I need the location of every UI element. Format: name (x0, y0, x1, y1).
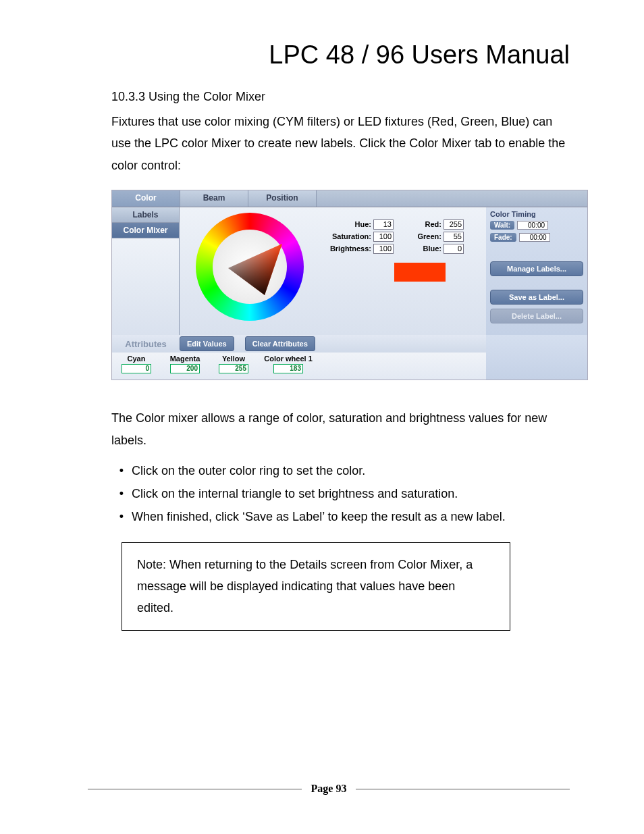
note-box: Note: When returning to the Details scre… (122, 542, 510, 631)
right-bottom-filler (486, 335, 587, 380)
right-panel: Color Timing Wait:00:00 Fade:00:00 Manag… (486, 207, 587, 336)
color-triangle[interactable] (224, 237, 286, 299)
attr-magenta: Magenta200 (161, 353, 209, 380)
attributes-label: Attributes (112, 339, 180, 349)
color-timing-title: Color Timing (490, 210, 583, 218)
green-label: Green: (412, 232, 441, 240)
red-label: Red: (412, 220, 441, 228)
colorwheel1-field[interactable]: 183 (273, 364, 303, 373)
attribute-columns: Cyan0 Magenta200 Yellow255 Color wheel 1… (112, 353, 486, 380)
tab-position[interactable]: Position (248, 190, 317, 207)
intro-paragraph: Fixtures that use color mixing (CYM filt… (111, 111, 570, 176)
brightness-label: Brightness: (328, 244, 371, 253)
magenta-field[interactable]: 200 (170, 364, 200, 373)
delete-label-button[interactable]: Delete Label... (490, 309, 583, 323)
document-title: LPC 48 / 96 Users Manual (88, 41, 570, 70)
page-number: Page 93 (311, 783, 347, 795)
footer-rule-left (88, 789, 302, 789)
clear-attributes-button[interactable]: Clear Attributes (245, 336, 315, 351)
rgb-group: Red:255 Green:55 Blue:0 (412, 218, 464, 255)
page-footer: Page 93 (88, 783, 570, 795)
attr-yellow: Yellow255 (209, 353, 258, 380)
side-tab-labels[interactable]: Labels (112, 207, 180, 223)
green-field[interactable]: 55 (444, 232, 464, 242)
bullet-3: When finished, click ‘Save as Label’ to … (132, 505, 506, 528)
bullet-2: Click on the internal triangle to set br… (132, 482, 458, 505)
attr-cyan: Cyan0 (112, 353, 161, 380)
hue-field[interactable]: 13 (373, 219, 394, 230)
fade-label: Fade: (490, 233, 516, 242)
bullet-icon: • (111, 459, 132, 482)
save-as-label-button[interactable]: Save as Label... (490, 290, 583, 305)
bullet-icon: • (111, 482, 132, 505)
edit-values-button[interactable]: Edit Values (180, 336, 234, 351)
wait-field[interactable]: 00:00 (517, 221, 548, 230)
side-tab-color-mixer[interactable]: Color Mixer (112, 223, 180, 238)
saturation-field[interactable]: 100 (373, 232, 394, 242)
after-paragraph: The Color mixer allows a range of color,… (111, 407, 570, 451)
fade-field[interactable]: 00:00 (519, 233, 550, 242)
svg-marker-1 (228, 244, 282, 295)
saturation-label: Saturation: (328, 232, 371, 240)
bottom-bar: Attributes Edit Values Clear Attributes (112, 335, 486, 353)
footer-rule-right (356, 789, 570, 789)
manage-labels-button[interactable]: Manage Labels... (490, 261, 583, 276)
top-tab-bar: Color Beam Position (112, 190, 587, 207)
bullet-icon: • (111, 505, 132, 528)
cyan-field[interactable]: 0 (122, 364, 151, 373)
bullet-1: Click on the outer color ring to set the… (132, 459, 365, 482)
tab-beam[interactable]: Beam (180, 190, 248, 207)
bullet-list: •Click on the outer color ring to set th… (111, 459, 570, 529)
center-panel: Hue:13 Saturation:100 Brightness:100 Red… (180, 207, 486, 336)
brightness-field[interactable]: 100 (373, 244, 394, 254)
tab-color[interactable]: Color (112, 190, 180, 207)
color-swatch (394, 263, 446, 282)
side-filler (112, 238, 180, 337)
side-tab-column: Labels Color Mixer (112, 207, 180, 336)
hsb-group: Hue:13 Saturation:100 Brightness:100 (328, 218, 394, 255)
attr-colorwheel1: Color wheel 1183 (258, 353, 319, 380)
wait-label: Wait: (490, 221, 514, 230)
yellow-field[interactable]: 255 (219, 364, 248, 373)
hue-label: Hue: (328, 220, 371, 228)
section-heading: 10.3.3 Using the Color Mixer (111, 90, 570, 104)
color-mixer-panel: Color Beam Position Labels Color Mixer (111, 190, 588, 380)
red-field[interactable]: 255 (444, 219, 464, 230)
blue-field[interactable]: 0 (444, 244, 464, 254)
blue-label: Blue: (412, 244, 441, 253)
